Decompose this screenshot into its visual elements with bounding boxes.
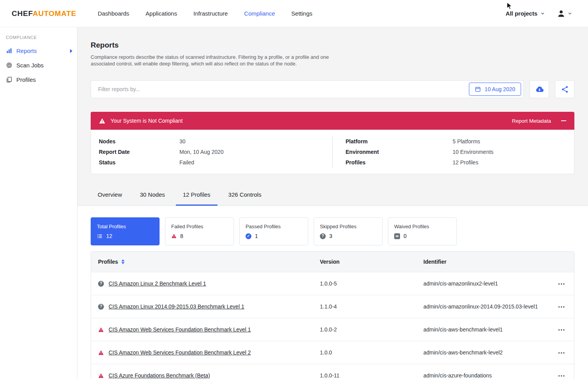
metadata-label: Status	[99, 159, 179, 166]
card-waived-profiles[interactable]: Waived Profiles w 0	[388, 217, 457, 245]
card-failed-profiles[interactable]: Failed Profiles 8	[165, 217, 234, 245]
report-date-button[interactable]: 10 Aug 2020	[469, 83, 521, 96]
nav-dashboards[interactable]: Dashboards	[98, 1, 129, 26]
profile-link[interactable]: CIS Amazon Linux 2 Benchmark Level 1	[109, 280, 206, 287]
profile-link[interactable]: CIS Amazon Web Services Foundation Bench…	[109, 349, 251, 356]
tab-nodes[interactable]: 30 Nodes	[133, 191, 172, 206]
report-metadata-panel: Nodes 30 Report Date Mon, 10 Aug 2020 St…	[91, 130, 574, 174]
user-icon	[557, 9, 565, 18]
report-date-label: 10 Aug 2020	[484, 86, 515, 92]
card-label: Waived Profiles	[394, 224, 451, 229]
table-row: CIS Amazon Web Services Foundation Bench…	[91, 341, 574, 364]
row-menu-button[interactable]: ⋯	[549, 280, 574, 287]
skipped-question-icon: ?	[320, 233, 326, 239]
filter-reports-box: 10 Aug 2020	[91, 80, 524, 98]
card-count: 3	[329, 233, 332, 239]
card-label: Passed Profiles	[246, 224, 302, 229]
nav-applications[interactable]: Applications	[146, 1, 177, 26]
share-report-button[interactable]	[555, 80, 574, 98]
table-row: CIS Amazon Web Services Foundation Bench…	[91, 318, 574, 341]
profiles-table: Profiles Version Identifier ? CIS Amazon…	[91, 251, 574, 379]
logo-chef: CHEF	[12, 9, 33, 18]
column-header-identifier: Identifier	[423, 259, 549, 265]
card-count: 1	[255, 233, 258, 239]
sidebar-item-profiles[interactable]: Profiles	[0, 72, 77, 87]
profile-link[interactable]: CIS Azure Foundations Benchmark (Beta)	[109, 372, 210, 379]
card-count: 0	[404, 233, 407, 239]
non-compliant-banner: Your System is Not Compliant Report Meta…	[91, 112, 574, 130]
sidebar-section-label: COMPLIANCE	[0, 35, 77, 44]
metadata-left-column: Nodes 30 Report Date Mon, 10 Aug 2020 St…	[91, 136, 332, 167]
filter-reports-input[interactable]	[97, 86, 469, 93]
list-icon	[97, 233, 103, 239]
cloud-download-icon	[535, 85, 544, 93]
skipped-question-icon: ?	[98, 281, 104, 287]
passed-check-icon: ✓	[246, 233, 251, 239]
report-tabs: Overview 30 Nodes 12 Profiles 326 Contro…	[91, 191, 574, 206]
metadata-row-environment: Environment 10 Environments	[333, 146, 574, 157]
chef-automate-logo[interactable]: CHEFAUTOMATE	[12, 9, 76, 18]
tab-profiles[interactable]: 12 Profiles	[176, 191, 218, 206]
tab-overview[interactable]: Overview	[91, 191, 129, 206]
profile-link[interactable]: CIS Amazon Web Services Foundation Bench…	[109, 326, 251, 333]
collapse-metadata-icon[interactable]	[561, 120, 566, 121]
scan-target-icon	[6, 62, 12, 69]
expand-arrow-icon[interactable]	[70, 49, 72, 53]
card-label: Skipped Profiles	[320, 224, 376, 229]
table-row: CIS Azure Foundations Benchmark (Beta) 1…	[91, 364, 574, 379]
failed-warning-icon	[98, 373, 104, 379]
profile-version: 1.0.0-2	[320, 326, 423, 333]
card-skipped-profiles[interactable]: Skipped Profiles ? 3	[314, 217, 383, 245]
tab-controls[interactable]: 326 Controls	[221, 191, 269, 206]
metadata-value: 12 Profiles	[453, 159, 574, 166]
metadata-right-column: Platform 5 Platforms Environment 10 Envi…	[332, 136, 574, 167]
profile-identifier: admin/cis-aws-benchmark-level2	[423, 349, 549, 356]
row-menu-button[interactable]: ⋯	[549, 303, 574, 310]
filter-bar: 10 Aug 2020	[91, 80, 574, 98]
calendar-icon	[475, 86, 481, 92]
metadata-value: 5 Platforms	[453, 138, 574, 145]
top-navigation: CHEFAUTOMATE Dashboards Applications Inf…	[0, 0, 588, 27]
card-passed-profiles[interactable]: Passed Profiles ✓ 1	[239, 217, 308, 245]
chevron-down-icon	[567, 11, 572, 16]
banner-message: Your System is Not Compliant	[111, 118, 183, 124]
metadata-label: Report Date	[99, 149, 179, 155]
sort-toggle-icon[interactable]	[121, 259, 125, 264]
nav-compliance[interactable]: Compliance	[244, 1, 275, 26]
share-icon	[561, 85, 569, 93]
profile-identifier: admin/cis-aws-benchmark-level1	[423, 326, 549, 333]
table-row: ? CIS Amazon Linux 2014.09-2015.03 Bench…	[91, 295, 574, 318]
profile-version: 1.0.0	[320, 349, 423, 356]
documents-icon	[6, 76, 12, 83]
metadata-value: 30	[179, 138, 332, 145]
projects-dropdown-label: All projects	[506, 10, 537, 17]
main-content: Reports Compliance reports describe the …	[77, 27, 588, 379]
profile-link[interactable]: CIS Amazon Linux 2014.09-2015.03 Benchma…	[109, 303, 244, 310]
column-header-version: Version	[320, 259, 423, 265]
row-menu-button[interactable]: ⋯	[549, 326, 574, 333]
waived-badge-icon: w	[394, 233, 400, 239]
profile-version: 1.0.0-5	[320, 280, 423, 287]
card-count: 12	[106, 233, 112, 239]
row-menu-button[interactable]: ⋯	[549, 349, 574, 356]
metadata-row-nodes: Nodes 30	[91, 136, 332, 146]
skipped-question-icon: ?	[98, 304, 104, 310]
page-description: Compliance reports describe the status o…	[91, 54, 333, 67]
row-menu-button[interactable]: ⋯	[549, 372, 574, 379]
sidebar-item-label: Reports	[16, 48, 37, 54]
projects-dropdown[interactable]: All projects	[503, 10, 548, 17]
sidebar-item-scan-jobs[interactable]: Scan Jobs	[0, 58, 77, 72]
metadata-row-report-date: Report Date Mon, 10 Aug 2020	[91, 146, 332, 157]
download-report-button[interactable]	[530, 80, 549, 98]
nav-infrastructure[interactable]: Infrastructure	[193, 1, 228, 26]
column-header-profiles: Profiles	[98, 259, 118, 265]
nav-settings[interactable]: Settings	[291, 1, 312, 26]
metadata-label: Platform	[346, 138, 453, 145]
card-label: Total Profiles	[97, 224, 153, 229]
sidebar-item-reports[interactable]: Reports	[0, 44, 77, 58]
user-menu[interactable]	[555, 9, 575, 18]
failed-warning-icon	[98, 327, 104, 333]
profile-identifier: admin/cis-azure-foundations	[423, 372, 549, 379]
report-metadata-label[interactable]: Report Metadata	[512, 118, 551, 124]
card-total-profiles[interactable]: Total Profiles 12	[91, 217, 160, 245]
